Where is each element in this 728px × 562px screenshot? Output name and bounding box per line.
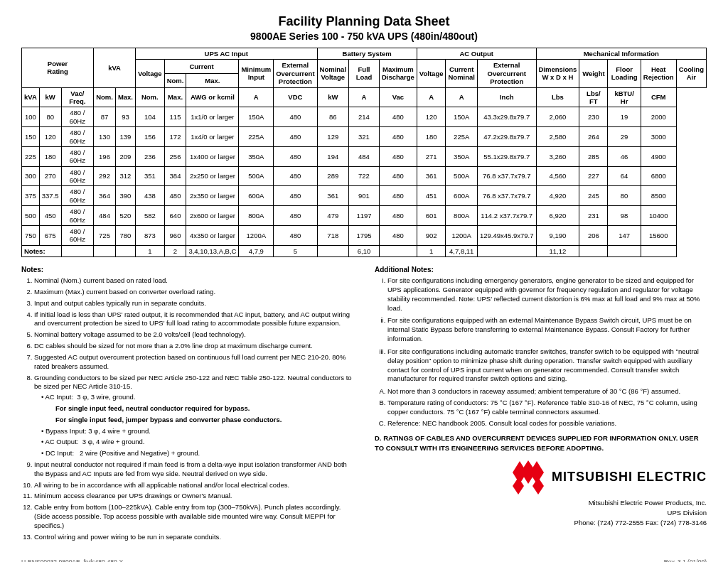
- floor-loading-header: FloorLoading: [608, 60, 641, 87]
- alpha-note-item: Not more than 3 conductors in raceway as…: [387, 387, 707, 396]
- roman-note-item: For site configurations including automa…: [387, 347, 707, 384]
- footer: U-ENS00032 9800AE_fpds480-480-X Rev. 3.1…: [21, 558, 707, 562]
- unit-kva: kVA: [22, 87, 40, 107]
- note-item: Input neutral conductor not required if …: [34, 460, 353, 479]
- unit-kbtu: kBTU/ Hr: [608, 87, 641, 107]
- note-item: DC cables should be sized for not more t…: [34, 342, 353, 351]
- unit-cfm: CFM: [641, 87, 676, 107]
- unit-a3: A: [417, 87, 446, 107]
- ac-output-header: AC Output: [417, 48, 536, 60]
- roman-note-item: For site configurations including emerge…: [387, 276, 707, 313]
- unit-nom: Nom.: [94, 87, 116, 107]
- note-item: Input and output cables typically run in…: [34, 299, 353, 308]
- heat-rejection-header: HeatRejection: [641, 60, 676, 87]
- alpha-note-item: Reference: NEC handbook 2005. Consult lo…: [387, 419, 707, 428]
- unit-lbs-ft: Lbs/ FT: [579, 87, 608, 107]
- ac-voltage-header: Voltage: [417, 60, 446, 87]
- alpha-note-item: Temperature rating of conductors: 75 °C …: [387, 399, 707, 417]
- mitsubishi-logo-section: MITSUBISHI ELECTRIC Mitsubishi Electric …: [375, 460, 707, 529]
- page-title: Facility Planning Data Sheet: [21, 14, 707, 29]
- table-row: 150120480 / 60Hz1301391561721x4/0 or lar…: [22, 127, 707, 147]
- note-item: Minimum access clearance per UPS drawing…: [34, 492, 353, 501]
- weight-header: Weight: [579, 60, 608, 87]
- notes-right-alpha: Not more than 3 conductors in raceway as…: [375, 387, 707, 428]
- ups-ac-input-header: UPS AC Input: [136, 48, 318, 60]
- current-max-header: Max.: [186, 73, 239, 87]
- dimensions-header: DimensionsW x D x H: [536, 60, 579, 87]
- unit-curmax: Max.: [164, 87, 186, 107]
- note-item: Control wiring and power wiring to be ru…: [34, 533, 353, 542]
- power-rating-header: PowerRating: [22, 48, 94, 88]
- page-subtitle: 9800AE Series 100 - 750 kVA UPS (480in/4…: [21, 31, 707, 42]
- note-item: All wiring to be in accordance with all …: [34, 481, 353, 490]
- unit-a: A: [239, 87, 274, 107]
- unit-curnom: Nom.: [136, 87, 165, 107]
- note-item: Nominal battery voltage assumed to be 2.…: [34, 330, 353, 340]
- note-item: Grounding conductors to be sized per NEC…: [34, 374, 353, 459]
- current-nom-header: Nom.: [164, 73, 186, 87]
- note-item: Cable entry from bottom (100–225kVA). Ca…: [34, 503, 353, 530]
- svg-marker-5: [532, 477, 544, 495]
- footer-left: U-ENS00032 9800AE_fpds480-480-X: [21, 558, 123, 562]
- nominal-voltage-header: NominalVoltage: [317, 60, 348, 87]
- kva-header: kVA: [94, 48, 136, 88]
- table-row: 500450480 / 60Hz4845205826402x600 or lar…: [22, 206, 707, 226]
- table-row: 300270480 / 60Hz2923123513842x250 or lar…: [22, 166, 707, 186]
- mitsubishi-diamond-icon: [510, 460, 546, 495]
- roman-note-item: For site configurations equipped with an…: [387, 316, 707, 343]
- table-row: 225180480 / 60Hz1962092362561x400 or lar…: [22, 146, 707, 166]
- unit-a4: A: [446, 87, 477, 107]
- table-row: 10080480 / 60Hz87931041151x1/0 or larger…: [22, 107, 707, 127]
- table-row: 750675480 / 60Hz7257808739604x350 or lar…: [22, 226, 707, 246]
- table-row: 375337.5480 / 60Hz3643904384802x350 or l…: [22, 186, 707, 206]
- external-oc-header: ExternalOvercurrentProtection: [274, 60, 317, 87]
- mitsubishi-logo: MITSUBISHI ELECTRIC: [510, 460, 707, 495]
- specs-table: PowerRating kVA UPS AC Input Battery Sys…: [21, 48, 707, 257]
- unit-max: Max.: [115, 87, 135, 107]
- notes-left-list: Nominal (Nom.) current based on rated lo…: [21, 276, 353, 541]
- footer-right: Rev. 3.1 (01/09): [664, 558, 707, 562]
- full-load-header: Full Load: [349, 60, 380, 87]
- current-header: Current: [164, 60, 239, 74]
- unit-vacfreq: Vac/ Freq.: [61, 87, 94, 107]
- note-item: Maximum (Max.) current based on converte…: [34, 288, 353, 297]
- cooling-air-header: CoolingAir: [676, 60, 706, 87]
- svg-marker-4: [513, 477, 524, 495]
- unit-awg: AWG or kcmil: [186, 87, 239, 107]
- notes-right: Additional Notes: For site configuration…: [375, 266, 707, 544]
- voltage-header: Voltage: [136, 60, 165, 87]
- mitsubishi-phone: Phone: (724) 772-2555 Fax: (724) 778-314…: [375, 518, 707, 528]
- notes-right-title: Additional Notes:: [375, 266, 707, 274]
- max-discharge-header: MaximumDischarge: [379, 60, 417, 87]
- unit-vdc: VDC: [274, 87, 317, 107]
- unit-a2: A: [349, 87, 380, 107]
- mitsubishi-info: Mitsubishi Electric Power Products, Inc.…: [375, 498, 707, 529]
- min-input-header: MinimumInput: [239, 60, 274, 87]
- unit-lbs: Lbs: [536, 87, 579, 107]
- mitsubishi-division: UPS Division: [375, 508, 707, 518]
- mitsubishi-company: Mitsubishi Electric Power Products, Inc.: [375, 498, 707, 508]
- bold-note: D. RATINGS OF CABLES AND OVERCURRENT DEV…: [375, 433, 707, 453]
- unit-vac2: Vac: [379, 87, 417, 107]
- unit-kw: kW: [39, 87, 61, 107]
- notes-right-roman: For site configurations including emerge…: [375, 276, 707, 384]
- unit-kw2: kW: [317, 87, 348, 107]
- mitsubishi-name: MITSUBISHI ELECTRIC: [552, 470, 707, 485]
- notes-left: Notes: Nominal (Nom.) current based on r…: [21, 266, 353, 544]
- mechanical-info-header: Mechanical Information: [536, 48, 707, 60]
- external-oc2-header: ExternalOvercurrentProtection: [477, 60, 536, 87]
- notes-left-title: Notes:: [21, 266, 353, 274]
- note-item: Nominal (Nom.) current based on rated lo…: [34, 276, 353, 286]
- notes-label: Notes:: [22, 245, 62, 256]
- note-item: If initial load is less than UPS' rated …: [34, 310, 353, 329]
- note-item: Suggested AC output overcurrent protecti…: [34, 353, 353, 372]
- battery-system-header: Battery System: [317, 48, 417, 60]
- unit-inch: Inch: [477, 87, 536, 107]
- current-nominal-header: CurrentNominal: [446, 60, 477, 87]
- notes-section: Notes: Nominal (Nom.) current based on r…: [21, 266, 707, 544]
